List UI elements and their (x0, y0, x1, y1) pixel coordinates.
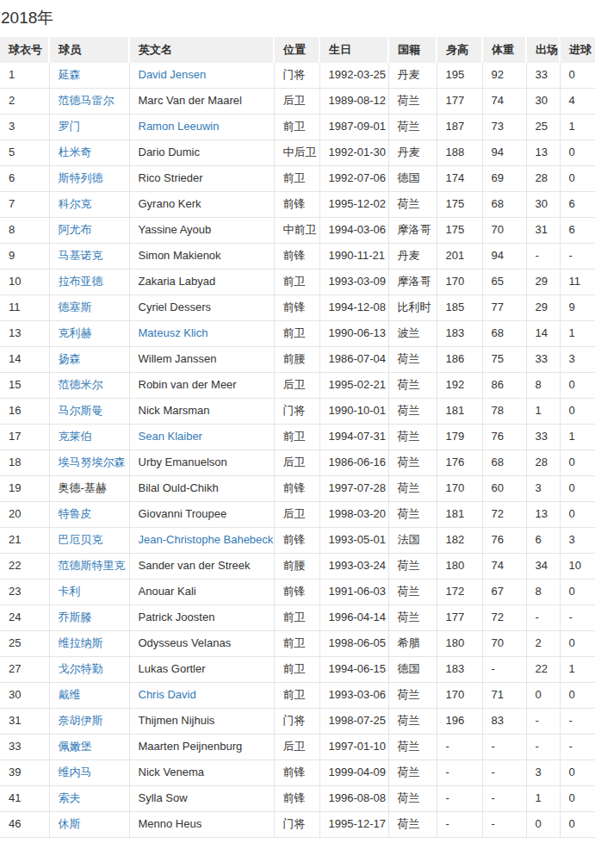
cell-name-en: Patrick Joosten (129, 605, 274, 631)
cell-birthday: 1995-02-21 (319, 373, 388, 399)
table-row: 16马尔斯曼Nick Marsman门将1990-10-01荷兰1817810 (0, 399, 595, 425)
player-link[interactable]: 佩嫩堡 (59, 740, 92, 753)
table-row: 33佩嫩堡Maarten Peijnenburg后卫1997-01-10荷兰--… (0, 735, 595, 760)
cell-birthday: 1993-05-01 (319, 528, 388, 554)
player-link[interactable]: 阿尤布 (59, 223, 92, 236)
cell-name-en: Nick Marsman (129, 399, 274, 425)
player-link[interactable]: 德塞斯 (59, 301, 92, 313)
player-link[interactable]: 延森 (59, 68, 81, 81)
player-link[interactable]: 奈胡伊斯 (59, 714, 103, 727)
cell-position: 前卫 (274, 166, 319, 192)
cell-position: 前卫 (274, 425, 319, 450)
cell-name-en: Zakaria Labyad (129, 270, 274, 295)
player-link[interactable]: 范德米尔 (59, 378, 103, 391)
cell-player-cn: 德塞斯 (49, 295, 129, 321)
cell-player-cn: 科尔克 (49, 192, 129, 218)
cell-height: 175 (437, 218, 482, 244)
cell-goals: 10 (560, 554, 595, 580)
table-row: 2范德马雷尔Marc Van der Maarel后卫1989-08-12荷兰1… (0, 89, 595, 115)
cell-appearances: 14 (526, 321, 560, 347)
cell-position: 门将 (274, 812, 319, 838)
player-link[interactable]: 马基诺克 (59, 249, 103, 262)
cell-weight: 60 (482, 476, 526, 502)
cell-name-en: Rico Strieder (129, 166, 274, 192)
cell-jersey-number: 8 (0, 218, 49, 244)
cell-player-cn: 延森 (49, 63, 129, 89)
player-link[interactable]: 马尔斯曼 (59, 404, 103, 417)
cell-goals: 0 (560, 631, 595, 657)
cell-weight: 76 (482, 425, 526, 450)
player-en-link[interactable]: Mateusz Klich (139, 326, 208, 339)
cell-player-cn: 特鲁皮 (49, 502, 129, 528)
cell-birthday: 1997-07-28 (319, 476, 388, 502)
cell-name-en: Marc Van der Maarel (129, 89, 274, 115)
cell-nationality: 德国 (388, 166, 437, 192)
cell-name-en: Lukas Gortler (129, 657, 274, 683)
cell-height: 180 (437, 554, 482, 580)
cell-position: 前卫 (274, 270, 319, 295)
cell-goals: 0 (560, 786, 595, 812)
table-row: 27戈尔特勤Lukas Gortler前卫1994-06-15德国183-221 (0, 657, 595, 683)
player-en-link[interactable]: Jean-Christophe Bahebeck (139, 533, 274, 546)
cell-goals: - (560, 735, 595, 760)
player-link[interactable]: 戴维 (59, 688, 81, 701)
column-header-appearances: 出场 (526, 37, 560, 63)
cell-jersey-number: 11 (0, 295, 49, 321)
player-link[interactable]: 维拉纳斯 (59, 636, 103, 649)
cell-goals: 0 (560, 683, 595, 709)
cell-nationality: 摩洛哥 (388, 218, 437, 244)
player-link[interactable]: 克莱伯 (59, 430, 92, 443)
cell-height: 183 (437, 657, 482, 683)
cell-nationality: 荷兰 (388, 580, 437, 605)
cell-appearances: - (526, 709, 560, 735)
player-link[interactable]: 扬森 (59, 352, 81, 365)
player-en-link[interactable]: Ramon Leeuwin (139, 120, 220, 133)
cell-goals: - (560, 709, 595, 735)
player-en-link[interactable]: Chris David (139, 688, 196, 701)
cell-player-cn: 索夫 (49, 786, 129, 812)
cell-position: 前腰 (274, 554, 319, 580)
cell-nationality: 荷兰 (388, 605, 437, 631)
player-link[interactable]: 乔斯滕 (59, 611, 92, 623)
player-link[interactable]: 斯特列德 (59, 171, 103, 184)
player-link[interactable]: 范德斯特里克 (59, 559, 126, 572)
player-link[interactable]: 科尔克 (59, 197, 92, 210)
column-header-player-cn: 球员 (49, 37, 129, 63)
player-link[interactable]: 卡利 (59, 585, 81, 598)
cell-weight: 72 (482, 502, 526, 528)
player-link[interactable]: 克利赫 (59, 326, 92, 339)
player-link[interactable]: 戈尔特勤 (59, 662, 103, 675)
cell-name-en: Gyrano Kerk (129, 192, 274, 218)
cell-position: 前锋 (274, 760, 319, 786)
cell-height: - (437, 735, 482, 760)
player-link[interactable]: 索夫 (59, 791, 81, 804)
player-link[interactable]: 埃马努埃尔森 (59, 456, 126, 468)
cell-height: - (437, 760, 482, 786)
player-link[interactable]: 休斯 (59, 817, 81, 830)
cell-birthday: 1994-07-31 (319, 425, 388, 450)
cell-appearances: - (526, 735, 560, 760)
table-row: 3罗门Ramon Leeuwin前卫1987-09-01荷兰18773251 (0, 115, 595, 140)
cell-birthday: 1990-11-21 (319, 244, 388, 270)
cell-weight: 94 (482, 244, 526, 270)
player-link[interactable]: 罗门 (59, 120, 81, 133)
player-link[interactable]: 巴厄贝克 (59, 533, 103, 546)
cell-birthday: 1998-03-20 (319, 502, 388, 528)
cell-birthday: 1998-06-05 (319, 631, 388, 657)
table-row: 21巴厄贝克Jean-Christophe Bahebeck前锋1993-05-… (0, 528, 595, 554)
cell-weight: 65 (482, 270, 526, 295)
cell-appearances: 28 (526, 166, 560, 192)
player-link[interactable]: 特鲁皮 (59, 507, 92, 520)
player-link[interactable]: 范德马雷尔 (59, 94, 115, 107)
player-en-link[interactable]: Sean Klaiber (139, 430, 202, 443)
cell-height: 176 (437, 450, 482, 476)
cell-appearances: 30 (526, 89, 560, 115)
player-en-link[interactable]: David Jensen (139, 68, 207, 81)
player-link[interactable]: 拉布亚德 (59, 275, 103, 288)
cell-weight: - (482, 657, 526, 683)
cell-jersey-number: 27 (0, 657, 49, 683)
player-link[interactable]: 杜米奇 (59, 146, 92, 158)
cell-height: 170 (437, 476, 482, 502)
cell-goals: 0 (560, 502, 595, 528)
player-link[interactable]: 维内马 (59, 766, 92, 778)
